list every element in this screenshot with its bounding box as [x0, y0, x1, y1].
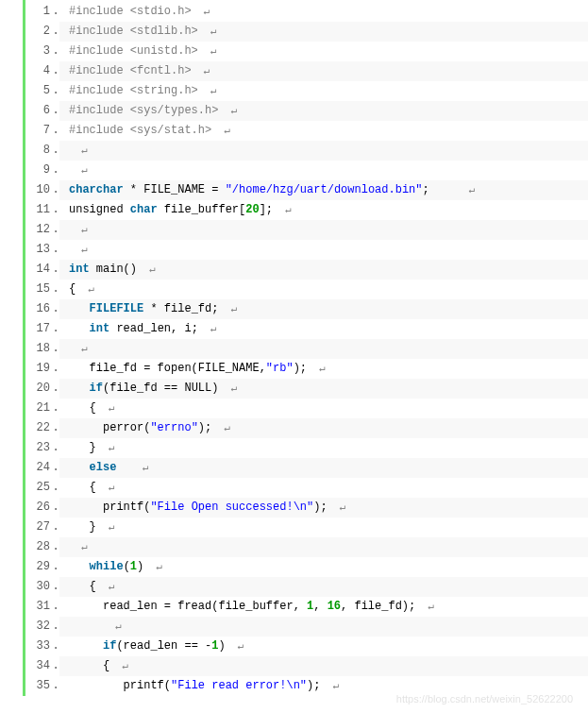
- newline-icon: ↵: [273, 204, 292, 215]
- code-line: 25. { ↵: [25, 478, 588, 498]
- line-number: 2: [25, 22, 52, 42]
- code-token: 20: [245, 203, 259, 216]
- line-number-dot: .: [52, 220, 59, 240]
- code-token: [69, 560, 90, 573]
- code-token: #include <unistd.h>: [69, 44, 198, 58]
- line-number: 17: [25, 319, 52, 339]
- code-line: 23. } ↵: [25, 438, 588, 458]
- line-number: 1: [25, 2, 52, 22]
- line-number: 16: [25, 299, 52, 319]
- code-token: 1: [130, 560, 137, 573]
- line-number-dot: .: [52, 280, 59, 299]
- line-number-dot: .: [52, 458, 59, 478]
- line-number: 12: [25, 220, 52, 240]
- code-line: 18. ↵: [25, 339, 588, 359]
- code-content: perror("errno"); ↵: [59, 418, 588, 438]
- code-token: "/home/hzg/uart/download.bin": [226, 183, 423, 196]
- code-token: * FILE_NAME =: [124, 183, 226, 196]
- newline-icon: ↵: [143, 561, 162, 572]
- newline-icon: ↵: [96, 521, 115, 533]
- code-token: file_fd = fopen(FILE_NAME,: [69, 362, 266, 375]
- newline-icon: ↵: [198, 45, 217, 57]
- line-number: 19: [25, 359, 52, 379]
- newline-icon: ↵: [137, 263, 156, 275]
- newline-icon: ↵: [226, 640, 244, 652]
- code-token: "errno": [150, 421, 197, 434]
- code-line: 34. { ↵: [25, 656, 588, 676]
- code-token: #include <string.h>: [69, 84, 198, 97]
- code-token: }: [69, 441, 96, 454]
- code-token: char: [96, 183, 124, 196]
- code-token: , file_fd);: [341, 600, 415, 613]
- line-number: 29: [25, 557, 52, 577]
- newline-icon: ↵: [96, 581, 115, 592]
- code-content: FILEFILE * file_fd; ↵: [59, 299, 588, 319]
- code-line: 11.unsigned char file_buffer[20]; ↵: [25, 200, 588, 220]
- line-number-dot: .: [52, 438, 59, 458]
- newline-icon: ↵: [218, 303, 237, 314]
- code-content: if(read_len == -1) ↵: [59, 637, 588, 656]
- newline-icon: ↵: [69, 541, 88, 552]
- code-line: 27. } ↵: [25, 518, 588, 537]
- code-content: #include <stdlib.h> ↵: [59, 22, 588, 42]
- code-line: 10.charchar * FILE_NAME = "/home/hzg/uar…: [25, 180, 588, 200]
- code-token: "rb": [266, 362, 294, 375]
- line-number-dot: .: [52, 101, 59, 121]
- line-number: 24: [25, 458, 52, 478]
- code-line: 3.#include <unistd.h> ↵: [25, 42, 588, 61]
- line-number-dot: .: [52, 418, 59, 438]
- newline-icon: ↵: [415, 601, 434, 612]
- code-content: { ↵: [59, 399, 588, 418]
- newline-icon: ↵: [109, 660, 128, 671]
- code-line: 17. int read_len, i; ↵: [25, 319, 588, 339]
- code-token: "File Open successed!\n": [150, 501, 313, 514]
- code-content: unsigned char file_buffer[20]; ↵: [59, 200, 588, 220]
- line-number: 23: [25, 438, 52, 458]
- code-token: FILE: [116, 302, 143, 315]
- newline-icon: ↵: [103, 620, 122, 632]
- code-block: 1.#include <stdio.h> ↵2.#include <stdlib…: [23, 0, 588, 696]
- code-content: while(1) ↵: [59, 557, 588, 577]
- line-number: 8: [25, 141, 52, 161]
- line-number: 10: [25, 180, 52, 200]
- newline-icon: ↵: [218, 105, 237, 116]
- code-line: 13. ↵: [25, 240, 588, 260]
- code-content: ↵: [59, 141, 588, 161]
- code-line: 31. read_len = fread(file_buffer, 1, 16,…: [25, 597, 588, 617]
- code-token: else: [90, 461, 117, 474]
- code-line: 33. if(read_len == -1) ↵: [25, 637, 588, 656]
- code-content: int main() ↵: [59, 260, 588, 280]
- code-content: if(file_fd == NULL) ↵: [59, 379, 588, 399]
- newline-icon: ↵: [307, 363, 326, 374]
- line-number-dot: .: [52, 121, 59, 141]
- code-content: #include <stdio.h> ↵: [59, 2, 588, 22]
- code-token: [69, 322, 90, 335]
- newline-icon: ↵: [198, 25, 217, 37]
- code-content: } ↵: [59, 518, 588, 537]
- line-number: 22: [25, 418, 52, 438]
- newline-icon: ↵: [69, 144, 88, 156]
- code-content: ↵: [59, 240, 588, 260]
- code-token: int: [90, 322, 110, 335]
- code-token: while: [90, 560, 124, 573]
- code-token: );: [307, 679, 320, 692]
- code-content: #include <string.h> ↵: [59, 81, 588, 101]
- newline-icon: ↵: [328, 501, 346, 513]
- line-number: 4: [25, 61, 52, 81]
- line-number-dot: .: [52, 42, 59, 61]
- code-line: 7.#include <sys/stat.h> ↵: [25, 121, 588, 141]
- line-number-dot: .: [52, 676, 59, 696]
- code-token: read_len, i;: [109, 322, 198, 335]
- line-number-dot: .: [52, 299, 59, 319]
- code-content: charchar * FILE_NAME = "/home/hzg/uart/d…: [59, 180, 588, 200]
- code-line: 29. while(1) ↵: [25, 557, 588, 577]
- code-content: { ↵: [59, 478, 588, 498]
- line-number-dot: .: [52, 200, 59, 220]
- line-number-dot: .: [52, 339, 59, 359]
- line-number: 14: [25, 260, 52, 280]
- code-token: main(): [90, 263, 137, 276]
- code-line: 19. file_fd = fopen(FILE_NAME,"rb"); ↵: [25, 359, 588, 379]
- code-token: {: [69, 659, 109, 672]
- line-number: 31: [25, 597, 52, 617]
- line-number: 30: [25, 577, 52, 597]
